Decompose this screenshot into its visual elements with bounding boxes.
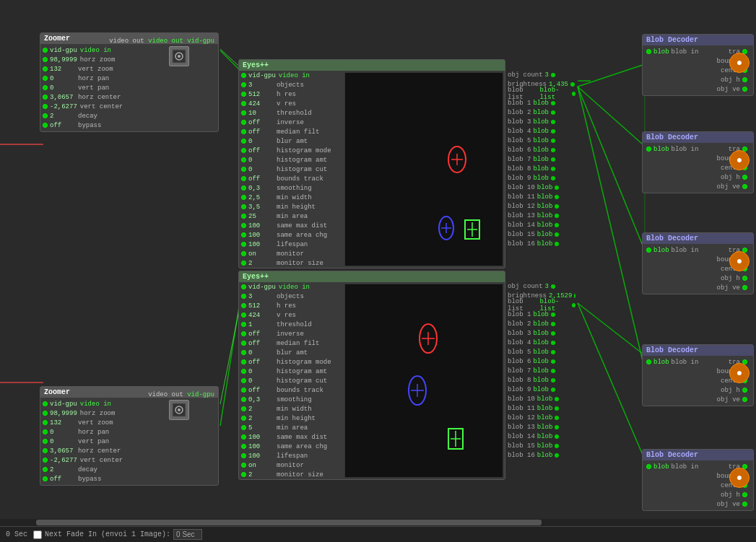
zoomer1-row-bypass: off bypass [40, 121, 218, 130]
svg-line-4 [578, 87, 643, 361]
blob-decoder-4[interactable]: Blob Decoder blob blob in tra bounds cen… [642, 344, 754, 406]
zoomer1-row-horzcentre: 3,0657 horz center [40, 92, 218, 102]
blob-decoder-title-3: Blob Decoder [643, 233, 753, 244]
svg-point-19 [178, 55, 181, 58]
eyes-title-2: Eyes++ [239, 271, 505, 282]
zoomer2-icon [169, 400, 189, 420]
zoomer1-row-horzzoom: 98,9999 horz zoom [40, 55, 218, 64]
blob-decoder-3-icon: ● [729, 251, 750, 271]
dot-4 [43, 85, 48, 90]
blob-decoder-title-1: Blob Decoder [643, 35, 753, 45]
fade-checkbox-area[interactable]: Next Fade In (envoi 1 Image): [33, 529, 202, 540]
dot-7 [43, 113, 48, 118]
dot-2 [43, 66, 48, 71]
blob-decoder-title-2: Blob Decoder [643, 132, 753, 143]
eyes1-preview [344, 72, 503, 266]
zoomer1-output: video out video out vid-gpu [109, 38, 214, 45]
fade-checkbox[interactable] [33, 530, 42, 539]
svg-line-7 [578, 303, 643, 455]
zoomer-node-1[interactable]: Zoomer vid-gpu video in 98,9999 horz zoo… [40, 32, 219, 132]
eyes-node-2[interactable]: Eyes++ vid-gpuvideo in 3objects 512h res… [238, 271, 505, 480]
fade-input[interactable] [173, 529, 202, 540]
blob-decoder-3[interactable]: Blob Decoder blob blob in tra bounds cen… [642, 232, 754, 294]
eyes-title-1: Eyes++ [239, 60, 505, 71]
zoomer2-output: video out vid-gpu [148, 391, 214, 398]
time-display: 0 Sec [6, 530, 27, 538]
svg-line-3 [578, 87, 643, 245]
svg-line-1 [578, 65, 643, 87]
zoomer-node-2[interactable]: Zoomer vid-gpuvideo in 98,9999horz zoom … [40, 386, 219, 486]
bottom-bar: 0 Sec Next Fade In (envoi 1 Image): [0, 526, 756, 542]
eyes2-preview [344, 284, 503, 478]
svg-line-2 [578, 87, 643, 144]
dot-5 [43, 95, 48, 100]
svg-line-6 [578, 303, 643, 354]
dot-6 [43, 104, 48, 109]
svg-point-40 [178, 408, 181, 411]
zoomer1-row-vidin: vid-gpu video in [40, 45, 218, 55]
zoomer1-icon [169, 46, 189, 66]
blob-decoder-title-5: Blob Decoder [643, 450, 753, 460]
blob-decoder-5-icon: ● [729, 468, 750, 488]
blob-decoder-2[interactable]: Blob Decoder blob blob in tra bounds cen… [642, 131, 754, 193]
horizontal-scrollbar[interactable] [0, 519, 756, 526]
dot-3 [43, 76, 48, 81]
blob-decoder-4-icon: ● [729, 363, 750, 383]
eyes-node-1[interactable]: Eyes++ vid-gpu video in 3objects 512h re… [238, 59, 505, 268]
eyes1-outputs: obj count3 brightness1,435 blob listblob… [505, 70, 578, 248]
val-vidin: vid-gpu [50, 47, 77, 54]
fade-label: Next Fade In (envoi 1 Image): [45, 530, 170, 538]
dot-8 [43, 123, 48, 128]
zoomer1-row-vertcentre: -2,6277 vert center [40, 102, 218, 111]
blob-decoder-title-4: Blob Decoder [643, 345, 753, 356]
zoomer1-row-decay: 2 decay [40, 111, 218, 121]
eyes1-vidin: vid-gpu video in [239, 71, 343, 80]
lbl-vidin: video in [80, 47, 111, 54]
blob-decoder-1[interactable]: Blob Decoder blob blob in tra bounds cen… [642, 34, 754, 96]
zoomer1-row-vertpan: 0 vert pan [40, 83, 218, 92]
scrollbar-thumb[interactable] [36, 520, 542, 525]
eyes2-outputs: obj count3 brightness2,1529 blob listblo… [505, 281, 578, 460]
zoomer1-row-vertzoom: 132 vert zoom [40, 64, 218, 74]
zoomer1-row-horzpan: 0 horz pan [40, 74, 218, 83]
dot-1 [43, 57, 48, 62]
dot-vidin [43, 48, 48, 53]
blob-decoder-1-icon: ● [729, 53, 750, 73]
blob-decoder-5[interactable]: Blob Decoder blob blob in tra bounds cen… [642, 449, 754, 511]
blob-decoder-2-icon: ● [729, 150, 750, 170]
